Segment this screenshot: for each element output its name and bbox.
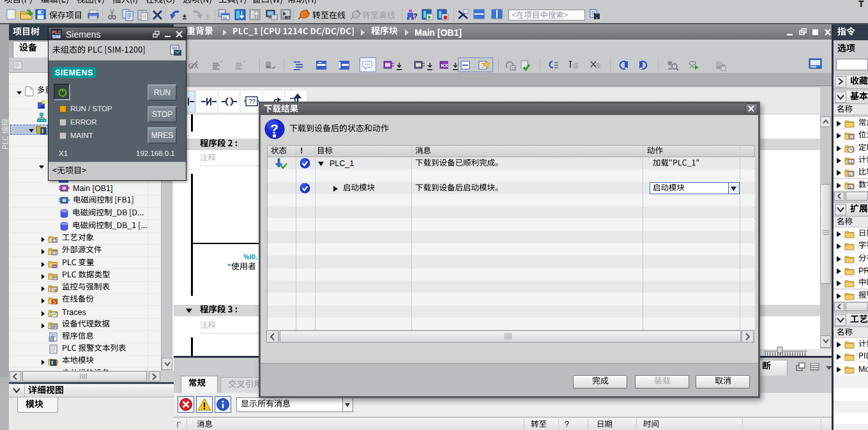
svg-text:SIM: SIM bbox=[52, 35, 61, 39]
svg-text:01: 01 bbox=[512, 66, 515, 70]
svg-text:01: 01 bbox=[223, 16, 227, 20]
svg-text:?: ? bbox=[413, 12, 418, 20]
svg-text:??: ?? bbox=[248, 98, 256, 105]
svg-text:RT: RT bbox=[285, 15, 291, 20]
svg-text:+1: +1 bbox=[849, 160, 853, 164]
svg-text:?: ? bbox=[270, 121, 278, 136]
svg-text:PLC: PLC bbox=[52, 30, 61, 35]
svg-text:01: 01 bbox=[50, 337, 54, 341]
svg-text:KX: KX bbox=[441, 63, 449, 68]
svg-text:<: < bbox=[849, 173, 852, 176]
